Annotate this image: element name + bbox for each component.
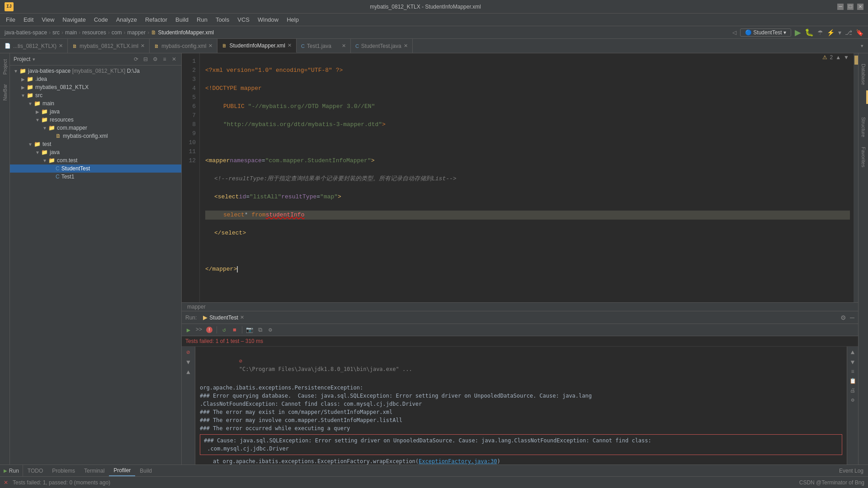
project-dropdown[interactable]: ▾ [33,56,35,62]
run-down-btn[interactable]: ▼ [186,359,190,366]
profile-button[interactable]: ⚡ [827,29,835,36]
breadcrumb-com[interactable]: com [112,29,122,36]
menu-navigate[interactable]: Navigate [59,15,89,24]
window-controls[interactable]: ─ □ ✕ [837,4,863,10]
run-right-print[interactable]: 🖨 [850,387,855,394]
more-run-button[interactable]: ▾ [838,29,841,36]
run-right-up[interactable]: ▲ [851,349,854,356]
right-tab-database[interactable]: Database [860,60,867,89]
code-content[interactable]: <?xml version="1.0" encoding="UTF-8" ?> … [200,53,854,302]
menu-refactor[interactable]: Refactor [142,15,171,24]
run-skip-button[interactable]: >> [194,325,203,334]
menu-view[interactable]: View [38,15,58,24]
collapse-icon[interactable]: ▼ [844,54,849,61]
tab-test1[interactable]: C Test1.java ✕ [297,39,351,53]
tree-main[interactable]: ▼ 📁 main [10,99,181,108]
tab-student-test-close[interactable]: ✕ [404,43,408,49]
tree-test[interactable]: ▼ 📁 test [10,140,181,148]
sync-icon[interactable]: ⟳ [132,56,140,63]
tab-misc-close[interactable]: ✕ [59,43,63,49]
run-copy-button[interactable]: ⧉ [255,325,264,334]
run-right-down[interactable]: ▼ [851,359,854,366]
tab-iml-close[interactable]: ✕ [141,43,145,49]
sidebar-tab-project[interactable]: Project [1,56,9,78]
run-play-button[interactable]: ▶ [184,325,193,334]
tab-student-test[interactable]: C StudentTest.java ✕ [351,39,413,53]
breadcrumb-resources[interactable]: resources [82,29,106,36]
close-button[interactable]: ✕ [857,4,863,10]
run-right-filter[interactable]: ≡ [851,369,854,375]
collapse-all-icon[interactable]: ⊟ [142,56,149,63]
bottom-tab-profiler[interactable]: Profiler [109,465,135,476]
run-config-selector[interactable]: 🔵 StudentTest ▾ [740,28,791,37]
run-settings-icon[interactable]: ⚙ [840,314,846,321]
tree-mybatis-config[interactable]: ▶ 🗎 mybatis-config.xml [10,132,181,140]
breadcrumb-src[interactable]: src [52,29,60,36]
tab-project-misc[interactable]: 📄 ...tis_0812_KTLX) ✕ [0,39,68,53]
tab-student-mapper[interactable]: 🗎 StudentInfoMapper.xml ✕ [217,39,296,53]
tab-mybatis-config[interactable]: 🗎 mybatis-config.xml ✕ [150,39,217,53]
coverage-button[interactable]: ☂ [817,29,823,36]
run-tab-close[interactable]: ✕ [240,314,244,320]
menu-window[interactable]: Window [254,15,282,24]
tab-test1-close[interactable]: ✕ [342,43,346,49]
tree-mybaties[interactable]: ▶ 📁 mybaties_0812_KTLX [10,83,181,91]
run-right-screenshot[interactable]: 📋 [849,378,856,385]
menu-build[interactable]: Build [172,15,192,24]
run-rerun-button[interactable]: ↺ [220,325,229,334]
right-tab-favorites[interactable]: Favorites [860,143,867,171]
menu-analyze[interactable]: Analyze [113,15,141,24]
bottom-tab-problems[interactable]: Problems [47,465,80,476]
nav-back-icon[interactable]: ◁ [732,29,736,36]
menu-edit[interactable]: Edit [20,15,37,24]
tree-com-test[interactable]: ▼ 📁 com.test [10,156,181,164]
tab-iml[interactable]: 🗎 mybatis_0812_KTLX.iml ✕ [68,39,150,53]
bottom-tab-build[interactable]: Build [135,465,156,476]
run-stop-button[interactable]: ■ [230,325,239,334]
gear-icon[interactable]: ≡ [161,56,168,63]
tree-idea[interactable]: ▶ 📁 .idea [10,75,181,83]
tree-com-mapper[interactable]: ▼ 📁 com.mapper [10,124,181,132]
tree-src[interactable]: ▼ 📁 src [10,91,181,99]
tree-resources[interactable]: ▼ 📁 resources [10,116,181,124]
run-active-tab[interactable]: ▶ StudentTest ✕ [200,313,246,322]
run-up-btn[interactable]: ▲ [186,369,190,376]
bookmark-icon[interactable]: 🔖 [856,29,863,36]
minimize-button[interactable]: ─ [837,4,844,10]
vcs-icon[interactable]: ⎇ [845,29,852,36]
run-filter-button[interactable]: ⚙ [266,325,275,334]
right-tab-structure[interactable]: Structure [860,113,867,141]
tab-overflow-button[interactable]: ▾ [859,41,866,51]
bottom-tab-todo[interactable]: TODO [23,465,47,476]
run-button[interactable]: ▶ [795,28,801,38]
tree-test-java[interactable]: ▼ 📁 java [10,148,181,156]
tab-mapper-close[interactable]: ✕ [288,42,292,48]
menu-vcs[interactable]: VCS [234,15,253,24]
debug-button[interactable]: 🐛 [805,28,814,37]
hide-icon[interactable]: ✕ [170,56,178,63]
editor-scrollbar[interactable] [854,53,858,302]
bottom-tab-run[interactable]: ▶ Run [0,465,23,476]
tab-config-close[interactable]: ✕ [208,43,212,49]
run-screenshot-button[interactable]: 📷 [245,325,254,334]
breadcrumb-project[interactable]: java-baties-space [5,29,47,36]
menu-code[interactable]: Code [90,15,112,24]
tree-root[interactable]: ▼ 📁 java-baties-space [mybatis_0812_KTLX… [10,67,181,75]
settings-icon[interactable]: ⚙ [151,56,159,63]
stack-trace-link[interactable]: ExceptionFactory.java:30 [419,458,497,465]
tree-test1[interactable]: ▶ C Test1 [10,173,181,181]
sidebar-tab-navbar[interactable]: NavBar [1,80,9,104]
run-right-settings[interactable]: ⚙ [851,397,854,404]
run-minimize-icon[interactable]: ─ [850,314,854,321]
menu-run[interactable]: Run [193,15,211,24]
maximize-button[interactable]: □ [847,4,854,10]
bottom-tab-terminal[interactable]: Terminal [80,465,109,476]
bottom-event-log[interactable]: Event Log [835,465,868,476]
breadcrumb-mapper[interactable]: mapper [127,29,146,36]
menu-tools[interactable]: Tools [212,15,233,24]
menu-file[interactable]: File [2,15,19,24]
expand-icon[interactable]: ▲ [835,54,841,61]
tree-main-java[interactable]: ▶ 📁 java [10,108,181,116]
breadcrumb-main[interactable]: main [65,29,77,36]
tree-student-test[interactable]: ▶ C StudentTest [10,164,181,173]
